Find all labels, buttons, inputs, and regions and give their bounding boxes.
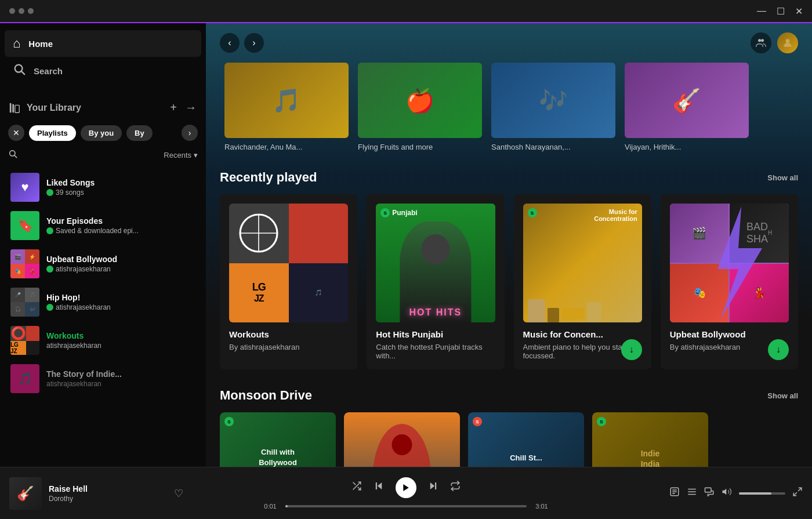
album-strip-item-vijayan[interactable]: 🎸 Vijayan, Hrithik... — [620, 63, 753, 151]
indie-thumbnail: 🎵 — [10, 364, 39, 393]
filter-arrow-button[interactable]: › — [182, 125, 198, 141]
card-music-concentration[interactable]: S Music forConcentration Music for Conce… — [514, 194, 651, 369]
dot-1 — [9, 8, 15, 14]
indie-artist: atishrajasekharan — [46, 380, 102, 388]
svg-line-1 — [21, 71, 24, 74]
concentration-download-button[interactable]: ↓ — [621, 339, 642, 360]
monsoon-drive-show-all[interactable]: Show all — [767, 391, 798, 400]
upbeat-bollywood-sub: atishrajasekharan — [46, 265, 195, 273]
play-pause-button[interactable] — [396, 477, 416, 498]
library-item-liked-songs[interactable]: ♥ Liked Songs 39 songs — [5, 168, 201, 206]
progress-bar[interactable] — [285, 505, 527, 507]
card-workouts[interactable]: LGJZ 🎵 Workouts By atishrajasekharan — [220, 194, 357, 369]
workouts-info: Workouts atishrajasekharan — [46, 331, 195, 350]
library-icon — [8, 101, 21, 114]
search-sort-row: Recents ▾ — [0, 144, 206, 166]
library-item-your-episodes[interactable]: 🔖 Your Episodes Saved & downloaded epi..… — [5, 206, 201, 245]
player-like-button[interactable]: ♡ — [174, 487, 183, 500]
recently-played-show-all[interactable]: Show all — [767, 173, 798, 182]
bollywood-card-thumb: 🎬 BADSHAH 🎭 💃 — [670, 204, 789, 322]
punjabi-card-thumb: S Punjabi HOT HITS — [376, 204, 495, 322]
volume-bar[interactable] — [739, 492, 785, 495]
user-avatar-button[interactable] — [777, 32, 798, 53]
svg-rect-18 — [435, 482, 436, 489]
santhosh-thumb: 🎶 — [491, 63, 615, 138]
your-episodes-name: Your Episodes — [46, 216, 195, 226]
workouts-sub: atishrajasekharan — [46, 342, 195, 350]
album-strip-item-flying-fruits[interactable]: 🍎 Flying Fruits and more — [353, 63, 487, 151]
previous-button[interactable] — [374, 481, 384, 494]
volume-fill — [739, 492, 771, 495]
close-button[interactable]: ✕ — [795, 6, 803, 17]
volume-button[interactable] — [722, 487, 732, 500]
forward-button[interactable]: › — [244, 33, 264, 53]
upbeat-bollywood-artist: atishrajasekharan — [56, 265, 111, 273]
lyrics-button[interactable] — [669, 487, 680, 500]
minimize-button[interactable]: — — [757, 6, 766, 17]
upbeat-bollywood-info: Upbeat Bollywood atishrajasekharan — [46, 255, 195, 273]
card-upbeat-bollywood[interactable]: 🎬 BADSHAH 🎭 💃 Upbeat Bollywood By atishr… — [661, 194, 798, 369]
player-center: 0:01 3:01 — [183, 477, 629, 510]
svg-rect-26 — [705, 488, 712, 492]
next-button[interactable] — [428, 481, 438, 494]
friends-activity-button[interactable] — [751, 32, 771, 53]
fullscreen-button[interactable] — [792, 487, 803, 500]
recently-played-section: Recently played Show all — [206, 161, 812, 379]
devices-button[interactable] — [704, 487, 715, 500]
filter-close-button[interactable]: ✕ — [8, 125, 24, 141]
app-layout: ⌂ Home Search Your Library + — [0, 23, 812, 519]
player-right — [629, 487, 803, 500]
sort-arrow: ▾ — [194, 151, 198, 159]
vijayan-thumb: 🎸 — [625, 63, 749, 138]
santhosh-name: Santhosh Narayanan,... — [491, 143, 615, 151]
liked-songs-name: Liked Songs — [46, 178, 195, 187]
title-bar: — ☐ ✕ — [0, 0, 812, 23]
library-item-hip-hop[interactable]: 🎤 🎵 🎧 🎶 Hip Hop! atishrajasekharan — [5, 283, 201, 321]
punjabi-card-subtitle: Catch the hottest Punjabi tracks with... — [376, 343, 495, 360]
title-bar-controls: — ☐ ✕ — [757, 6, 803, 17]
shuffle-button[interactable] — [351, 481, 362, 494]
monsoon-drive-title: Monsoon Drive — [220, 388, 312, 403]
sidebar-item-home[interactable]: ⌂ Home — [5, 30, 201, 57]
library-item-upbeat-bollywood[interactable]: 🎬 ⚡ 🎭 💃 Upbeat Bollywood atishrajasekhar… — [5, 245, 201, 283]
library-title-row: Your Library — [8, 101, 81, 114]
sidebar-item-search[interactable]: Search — [5, 57, 201, 85]
player-bar: 🎸 Raise Hell Dorothy ♡ — [0, 467, 812, 519]
maximize-button[interactable]: ☐ — [777, 6, 785, 17]
filter-chip-playlists[interactable]: Playlists — [29, 125, 76, 141]
filter-row: ✕ Playlists By you By › — [0, 121, 206, 144]
hip-hop-sub: atishrajasekharan — [46, 303, 195, 311]
filter-chip-by-you[interactable]: By you — [81, 125, 122, 141]
card-hot-hits-punjabi[interactable]: S Punjabi HOT HITS Hot Hits Punjabi Catc… — [367, 194, 504, 369]
back-button[interactable]: ‹ — [220, 33, 240, 53]
album-strip-item-ravichander[interactable]: 🎵 Ravichander, Anu Ma... — [220, 63, 353, 151]
svg-rect-4 — [15, 105, 19, 112]
library-search-button[interactable] — [8, 149, 17, 161]
bollywood-card-title: Upbeat Bollywood — [670, 329, 789, 339]
repeat-button[interactable] — [450, 481, 461, 494]
vijayan-name: Vijayan, Hrithik... — [625, 143, 749, 151]
album-strip-item-santhosh[interactable]: 🎶 Santhosh Narayanan,... — [487, 63, 620, 151]
player-left: 🎸 Raise Hell Dorothy ♡ — [9, 477, 183, 510]
library-expand-button[interactable]: → — [184, 100, 198, 115]
album-strip: 🎵 Ravichander, Anu Ma... 🍎 Flying Fruits… — [206, 63, 812, 161]
search-nav-icon — [13, 63, 26, 79]
library-title: Your Library — [27, 103, 81, 113]
hip-hop-thumbnail: 🎤 🎵 🎧 🎶 — [10, 288, 39, 317]
current-time: 0:01 — [261, 503, 280, 510]
library-add-button[interactable]: + — [169, 100, 178, 115]
recently-played-title: Recently played — [220, 170, 317, 185]
player-track-info: Raise Hell Dorothy — [49, 484, 167, 503]
queue-button[interactable] — [687, 487, 697, 500]
sort-button[interactable]: Recents ▾ — [164, 151, 198, 159]
bollywood-download-button[interactable]: ↓ — [768, 339, 789, 360]
filter-chip-by[interactable]: By — [126, 125, 153, 141]
main-content: ‹ › 🎵 Ravichander, Anu Ma... — [206, 23, 812, 519]
library-item-indie[interactable]: 🎵 The Story of Indie... atishrajasekhara… — [5, 360, 201, 398]
library-item-workouts[interactable]: ⭕ LG JZ Workouts atishrajasekharan — [5, 321, 201, 360]
total-time: 3:01 — [532, 503, 551, 510]
progress-row: 0:01 3:01 — [261, 503, 551, 510]
nav-arrows: ‹ › — [220, 33, 264, 53]
svg-marker-17 — [430, 482, 435, 489]
recently-played-header: Recently played Show all — [220, 170, 798, 185]
